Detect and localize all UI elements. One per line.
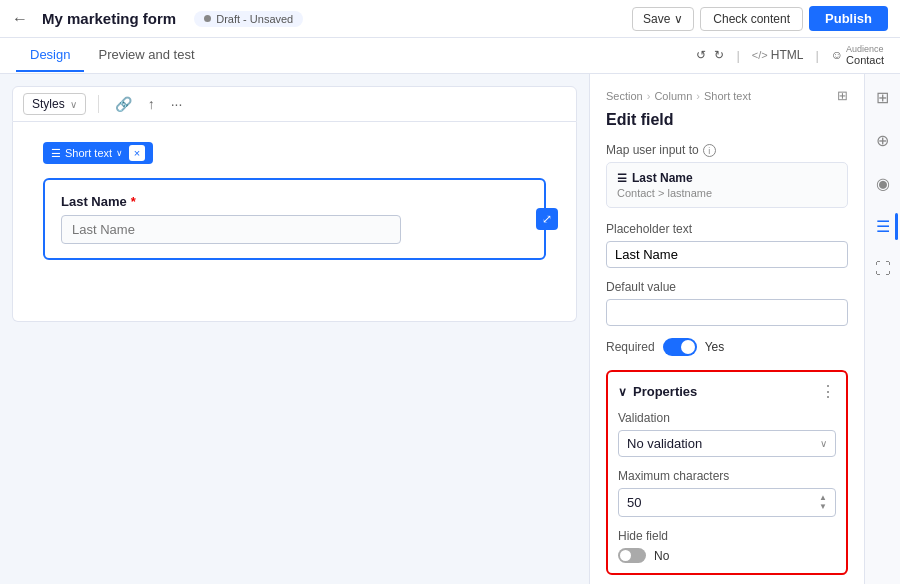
field-chip-label: Short text <box>65 147 112 159</box>
edit-field-title: Edit field <box>606 111 848 129</box>
validation-select[interactable]: No validation ∨ <box>618 430 836 457</box>
properties-left: ∨ Properties <box>618 384 697 399</box>
field-label: Last Name * <box>61 194 528 209</box>
field-chip-chevron: ∨ <box>116 148 123 158</box>
tabs-right: ↺ ↻ | </> HTML | ☺ Audience Contact <box>696 44 884 68</box>
audience-button[interactable]: ☺ Audience Contact <box>831 44 884 68</box>
hide-field-toggle[interactable] <box>618 548 646 563</box>
redo-button[interactable]: ↻ <box>714 48 724 62</box>
styles-chevron: ∨ <box>70 99 77 110</box>
draft-label: Draft - Unsaved <box>216 13 293 25</box>
required-row: Required Yes <box>606 338 848 356</box>
fields-icon[interactable]: ☰ <box>872 213 894 240</box>
up-icon[interactable]: ↑ <box>144 94 159 114</box>
map-label: Map user input to i <box>606 143 848 157</box>
tab-preview[interactable]: Preview and test <box>84 39 208 72</box>
stepper-up[interactable]: ▲ <box>819 494 827 502</box>
top-header: ← My marketing form Draft - Unsaved Save… <box>0 0 900 38</box>
tab-bar: Design Preview and test ↺ ↻ | </> HTML |… <box>0 38 900 74</box>
grid-icon[interactable]: ⊞ <box>872 84 893 111</box>
breadcrumb-type: Short text <box>704 90 751 102</box>
image-icon[interactable]: ⛶ <box>871 256 895 282</box>
main-area: Styles ∨ 🔗 ↑ ··· ☰ Short text ∨ × Last N… <box>0 74 900 584</box>
map-box-title: ☰ Last Name <box>617 171 837 185</box>
validation-value: No validation <box>627 436 702 451</box>
delete-chip-button[interactable]: × <box>129 145 145 161</box>
more-icon[interactable]: ··· <box>167 94 187 114</box>
hide-field-label: Hide field <box>618 529 836 543</box>
required-label: Required <box>606 340 655 354</box>
breadcrumb-column: Column <box>654 90 692 102</box>
styles-label: Styles <box>32 97 65 111</box>
field-label-text: Last Name <box>61 194 127 209</box>
page-title: My marketing form <box>42 10 176 27</box>
properties-label: Properties <box>633 384 697 399</box>
max-chars-stepper: ▲ ▼ <box>819 494 827 511</box>
link-icon[interactable]: 🔗 <box>111 94 136 114</box>
placeholder-label: Placeholder text <box>606 222 848 236</box>
draft-badge: Draft - Unsaved <box>194 11 303 27</box>
html-label: HTML <box>771 48 804 62</box>
stepper-down[interactable]: ▼ <box>819 503 827 511</box>
required-toggle[interactable] <box>663 338 697 356</box>
tabs-left: Design Preview and test <box>16 39 209 72</box>
right-panel-inner: Section › Column › Short text ⊞ Edit fie… <box>590 74 864 584</box>
field-chip: ☰ Short text ∨ × <box>43 142 153 164</box>
save-button[interactable]: Save ∨ <box>632 7 694 31</box>
audience-sub: Contact <box>846 54 884 67</box>
max-chars-input-row: 50 ▲ ▼ <box>618 488 836 517</box>
field-chip-icon: ☰ <box>51 147 61 160</box>
info-icon: i <box>703 144 716 157</box>
add-icon[interactable]: ⊕ <box>872 127 893 154</box>
drag-handle[interactable]: ⤢ <box>536 208 558 230</box>
breadcrumb-icon[interactable]: ⊞ <box>837 88 848 103</box>
html-button[interactable]: </> HTML <box>752 48 804 62</box>
breadcrumb-section: Section <box>606 90 643 102</box>
map-field-sub: Contact > lastname <box>617 187 837 199</box>
hide-toggle-knob <box>620 550 631 561</box>
eye-icon[interactable]: ◉ <box>872 170 894 197</box>
properties-section: ∨ Properties ⋮ Validation No validation … <box>606 370 848 575</box>
styles-select[interactable]: Styles ∨ <box>23 93 86 115</box>
canvas-area: Styles ∨ 🔗 ↑ ··· ☰ Short text ∨ × Last N… <box>0 74 589 584</box>
hide-field-row: No <box>618 548 836 563</box>
map-box[interactable]: ☰ Last Name Contact > lastname <box>606 162 848 208</box>
breadcrumb-sep-1: › <box>647 90 651 102</box>
save-chevron: ∨ <box>674 12 683 26</box>
properties-chevron[interactable]: ∨ <box>618 385 627 399</box>
max-chars-value[interactable]: 50 <box>627 495 641 510</box>
default-label: Default value <box>606 280 848 294</box>
publish-button[interactable]: Publish <box>809 6 888 31</box>
map-field-name: Last Name <box>632 171 693 185</box>
breadcrumb-sep-2: › <box>696 90 700 102</box>
audience-label: Audience <box>846 44 884 55</box>
properties-header: ∨ Properties ⋮ <box>618 382 836 401</box>
right-panel: Section › Column › Short text ⊞ Edit fie… <box>589 74 864 584</box>
default-value-input[interactable] <box>606 299 848 326</box>
hide-field-value: No <box>654 549 669 563</box>
max-chars-label: Maximum characters <box>618 469 836 483</box>
required-yes-label: Yes <box>705 340 725 354</box>
toggle-knob <box>681 340 695 354</box>
required-star: * <box>131 194 136 209</box>
form-field-input[interactable] <box>61 215 401 244</box>
header-actions: Save ∨ Check content Publish <box>632 6 888 31</box>
validation-label: Validation <box>618 411 836 425</box>
map-field-icon: ☰ <box>617 172 627 185</box>
canvas-toolbar: Styles ∨ 🔗 ↑ ··· <box>12 86 577 122</box>
canvas-content: ☰ Short text ∨ × Last Name * ⤢ <box>12 122 577 322</box>
undo-button[interactable]: ↺ <box>696 48 706 62</box>
placeholder-input[interactable] <box>606 241 848 268</box>
validation-chevron: ∨ <box>820 438 827 449</box>
form-field-container: Last Name * ⤢ <box>43 178 546 260</box>
toolbar-separator <box>98 95 99 113</box>
check-content-button[interactable]: Check content <box>700 7 803 31</box>
tab-design[interactable]: Design <box>16 39 84 72</box>
properties-menu-icon[interactable]: ⋮ <box>820 382 836 401</box>
save-label: Save <box>643 12 670 26</box>
back-button[interactable]: ← <box>12 10 28 28</box>
breadcrumb: Section › Column › Short text ⊞ <box>606 88 848 103</box>
draft-dot <box>204 15 211 22</box>
check-content-label: Check content <box>713 12 790 26</box>
side-icon-bar: ⊞ ⊕ ◉ ☰ ⛶ <box>864 74 900 584</box>
